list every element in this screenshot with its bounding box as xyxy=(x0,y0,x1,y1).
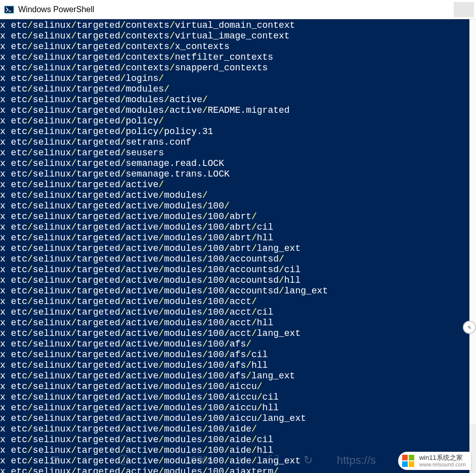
heart-icon[interactable]: ♡ xyxy=(84,454,94,467)
terminal-line: x etc/selinux/targeted/active/modules/10… xyxy=(0,233,469,243)
terminal-line: x etc/selinux/targeted/logins/ xyxy=(0,73,469,84)
terminal-line: x etc/selinux/targeted/active/modules/10… xyxy=(0,211,469,222)
terminal-line: x etc/selinux/targeted/active/modules/10… xyxy=(0,381,469,392)
terminal-line: x etc/selinux/targeted/contexts/virtual_… xyxy=(0,20,469,31)
terminal-line: x etc/selinux/targeted/modules/active/ xyxy=(0,95,469,105)
terminal-line: x etc/selinux/targeted/active/modules/10… xyxy=(0,201,469,211)
zoom-level: 100% xyxy=(185,454,213,467)
terminal-line: x etc/selinux/targeted/contexts/virtual_… xyxy=(0,31,469,41)
terminal-line: x etc/selinux/targeted/active/modules/10… xyxy=(0,318,469,328)
terminal-line: x etc/selinux/targeted/active/modules/10… xyxy=(0,275,469,286)
watermark-url: www.relsound.com xyxy=(419,461,466,467)
svg-rect-4 xyxy=(402,461,408,467)
terminal-line: x etc/selinux/targeted/seusers xyxy=(0,148,469,158)
terminal-line: x etc/selinux/targeted/setrans.conf xyxy=(0,137,469,148)
url-fragment: https://s xyxy=(337,454,376,467)
svg-rect-0 xyxy=(5,6,14,13)
terminal-line: x etc/selinux/targeted/contexts/netfilte… xyxy=(0,52,469,63)
terminal-line: x etc/selinux/targeted/modules/ xyxy=(0,84,469,95)
terminal-line: x etc/selinux/targeted/active/modules/10… xyxy=(0,392,469,403)
terminal-output[interactable]: x etc/selinux/targeted/contexts/virtual_… xyxy=(0,19,469,473)
terminal-line: x etc/selinux/targeted/active/modules/10… xyxy=(0,339,469,350)
svg-rect-5 xyxy=(409,461,414,467)
watermark-badge: win11系统之家 www.relsound.com xyxy=(398,452,471,470)
terminal-line: x etc/selinux/targeted/contexts/x_contex… xyxy=(0,41,469,52)
info-icon[interactable]: ⓘ xyxy=(118,453,129,468)
terminal-line: x etc/selinux/targeted/active/modules/ xyxy=(0,190,469,201)
terminal-line: x etc/selinux/targeted/active/modules/10… xyxy=(0,307,469,318)
fullscreen-icon[interactable]: ⛶ xyxy=(268,454,279,467)
terminal-line: x etc/selinux/targeted/active/modules/10… xyxy=(0,286,469,296)
terminal-line: x etc/selinux/targeted/active/modules/10… xyxy=(0,403,469,413)
terminal-line: x etc/selinux/targeted/active/modules/10… xyxy=(0,371,469,381)
window-title: Windows PowerShell xyxy=(18,5,94,14)
svg-rect-2 xyxy=(402,455,408,460)
terminal-line: x etc/selinux/targeted/active/modules/10… xyxy=(0,413,469,424)
terminal-line: x etc/selinux/targeted/semanage.read.LOC… xyxy=(0,158,469,169)
minimize-button[interactable] xyxy=(454,2,474,17)
terminal-line: x etc/selinux/targeted/semanage.trans.LO… xyxy=(0,169,469,180)
bg-sidebar-strip xyxy=(469,19,476,424)
terminal-line: x etc/selinux/targeted/policy/policy.31 xyxy=(0,126,469,137)
terminal-line: x etc/selinux/targeted/active/modules/10… xyxy=(0,328,469,339)
terminal-line: x etc/selinux/targeted/active/modules/10… xyxy=(0,243,469,254)
watermark-logo-icon xyxy=(401,454,415,468)
powershell-icon xyxy=(4,5,14,15)
grid-icon[interactable]: ⊞ xyxy=(51,454,60,467)
window-titlebar: Windows PowerShell xyxy=(0,0,476,19)
terminal-line: x etc/selinux/targeted/active/modules/10… xyxy=(0,350,469,360)
zoom-in-icon[interactable]: + xyxy=(237,454,244,467)
terminal-line: x etc/selinux/targeted/active/ xyxy=(0,180,469,190)
viewer-toolbar: ⊞ ♡ ⓘ − 100% + ⛶ ↻ https://s xyxy=(51,453,376,468)
terminal-line: x etc/selinux/targeted/modules/active/RE… xyxy=(0,105,469,116)
watermark-title: win11系统之家 xyxy=(419,454,466,461)
terminal-line: x etc/selinux/targeted/policy/ xyxy=(0,116,469,126)
rotate-icon[interactable]: ↻ xyxy=(304,454,313,467)
terminal-line: x etc/selinux/targeted/contexts/snapperd… xyxy=(0,63,469,73)
terminal-line: x etc/selinux/targeted/active/modules/10… xyxy=(0,265,469,275)
terminal-line: x etc/selinux/targeted/active/modules/10… xyxy=(0,435,469,445)
zoom-out-icon[interactable]: − xyxy=(154,454,160,467)
terminal-line: x etc/selinux/targeted/active/modules/10… xyxy=(0,424,469,435)
terminal-line: x etc/selinux/targeted/active/modules/10… xyxy=(0,360,469,371)
side-badge-icon[interactable]: ✎ xyxy=(463,321,476,334)
svg-rect-3 xyxy=(409,455,414,460)
terminal-line: x etc/selinux/targeted/active/modules/10… xyxy=(0,296,469,307)
terminal-line: x etc/selinux/targeted/active/modules/10… xyxy=(0,222,469,233)
terminal-line: x etc/selinux/targeted/active/modules/10… xyxy=(0,254,469,265)
